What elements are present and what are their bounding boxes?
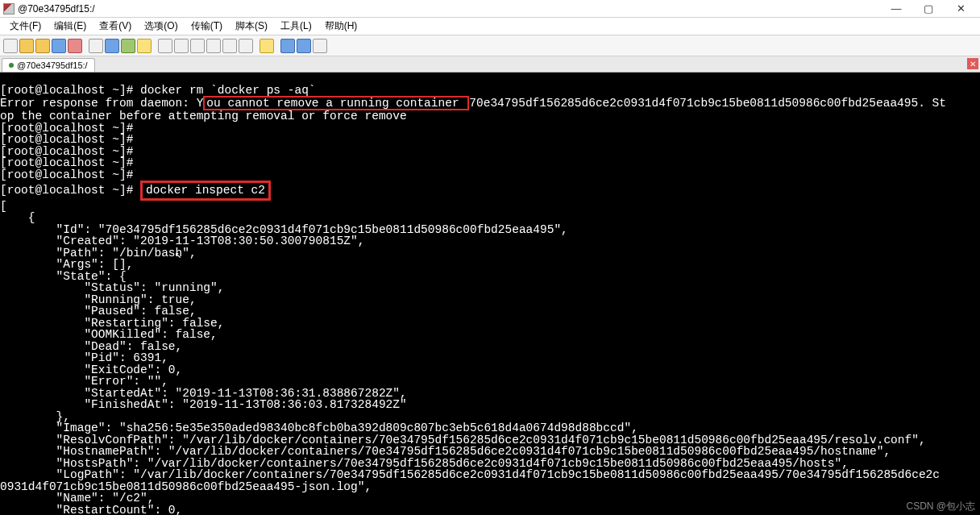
term-text: [root@localhost ~]# <box>0 184 140 197</box>
menubar: 文件(F) 编辑(E) 查看(V) 选项(O) 传输(T) 脚本(S) 工具(L… <box>0 18 980 35</box>
term-text: Error response from daemon: Y <box>0 97 203 110</box>
maximize-button[interactable]: ▢ <box>912 1 945 17</box>
toolbar-find-icon[interactable] <box>137 39 152 53</box>
menu-script[interactable]: 脚本(S) <box>229 18 274 35</box>
toolbar-paste-icon[interactable] <box>121 39 135 53</box>
toolbar-connect-icon[interactable] <box>3 39 18 53</box>
tab-close-button[interactable]: ✕ <box>967 58 978 69</box>
toolbar <box>0 35 980 56</box>
watermark: CSDN @包小志 <box>906 500 975 513</box>
toolbar-print-icon[interactable] <box>89 39 103 53</box>
toolbar-help-icon[interactable] <box>280 39 295 53</box>
toolbar-sess2-icon[interactable] <box>174 39 189 53</box>
term-line: [root@localhost ~]# <box>0 168 133 181</box>
terminal[interactable]: [root@localhost ~]# docker rm `docker ps… <box>0 73 980 515</box>
titlebar: @70e34795df15:/ — ▢ ✕ <box>0 0 980 18</box>
toolbar-sftp-icon[interactable] <box>222 39 237 53</box>
toolbar-menu-icon[interactable] <box>313 39 327 53</box>
menu-edit[interactable]: 编辑(E) <box>48 18 93 35</box>
tab-status-dot <box>9 63 14 68</box>
term-line: [root@localhost ~]# docker rm `docker ps… <box>0 84 316 97</box>
term-line: Error response from daemon: You cannot r… <box>0 97 946 110</box>
window-title: @70e34795df15:/ <box>18 3 95 15</box>
session-tab[interactable]: @70e34795df15:/ <box>2 58 95 72</box>
toolbar-about-icon[interactable] <box>297 39 311 53</box>
toolbar-opt-icon[interactable] <box>239 39 253 53</box>
menu-transfer[interactable]: 传输(T) <box>185 18 229 35</box>
app-icon <box>3 3 15 15</box>
minimize-button[interactable]: — <box>880 1 912 17</box>
tabbar: @70e34795df15:/ ✕ <box>0 56 980 73</box>
menu-file[interactable]: 文件(F) <box>3 18 48 35</box>
toolbar-key-icon[interactable] <box>260 39 274 53</box>
term-line: "RestartCount": 0, <box>0 504 182 516</box>
toolbar-quick-icon[interactable] <box>52 39 66 53</box>
toolbar-sess3-icon[interactable] <box>190 39 205 53</box>
toolbar-copy-icon[interactable] <box>105 39 119 53</box>
tab-label: @70e34795df15:/ <box>17 60 88 70</box>
toolbar-reconnect-icon[interactable] <box>19 39 34 53</box>
term-text: 70e34795df156285d6ce2c0931d4f071cb9c15be… <box>469 97 946 110</box>
toolbar-sess1-icon[interactable] <box>158 39 172 53</box>
menu-help[interactable]: 帮助(H) <box>318 18 364 35</box>
menu-view[interactable]: 查看(V) <box>93 18 138 35</box>
toolbar-log-icon[interactable] <box>206 39 221 53</box>
term-line: [root@localhost ~]# docker inspect c2 <box>0 184 271 197</box>
menu-tools[interactable]: 工具(L) <box>274 18 318 35</box>
toolbar-cancel-icon[interactable] <box>68 39 82 53</box>
close-button[interactable]: ✕ <box>945 1 977 17</box>
menu-option[interactable]: 选项(O) <box>138 18 184 35</box>
highlight-command-box: docker inspect c2 <box>140 181 271 201</box>
toolbar-disconnect-icon[interactable] <box>35 39 50 53</box>
highlight-error-box: ou cannot remove a running container <box>203 96 469 110</box>
